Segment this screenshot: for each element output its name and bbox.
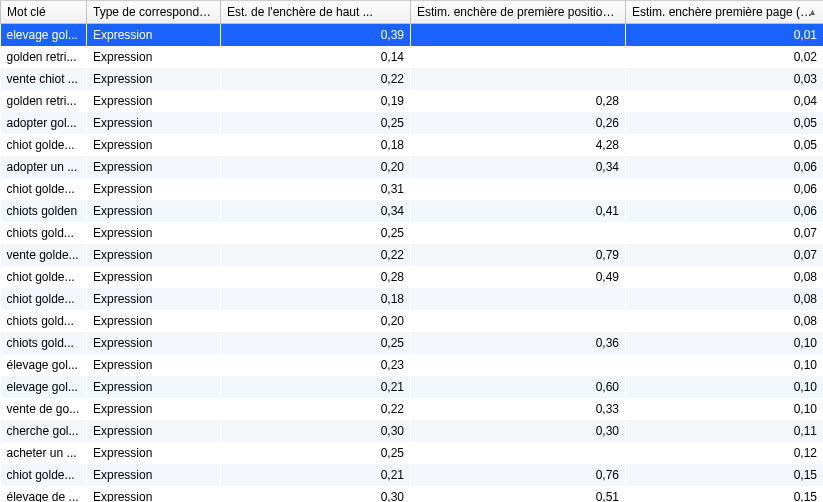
table-row[interactable]: chiots goldenExpression0,340,410,06	[1, 200, 824, 222]
cell-first-position-bid: 0,30	[411, 420, 626, 442]
cell-first-page-bid: 0,06	[626, 178, 824, 200]
cell-match-type: Expression	[87, 442, 221, 464]
cell-keyword: chiots gold...	[1, 332, 87, 354]
cell-match-type: Expression	[87, 200, 221, 222]
cell-match-type: Expression	[87, 486, 221, 503]
cell-top-bid: 0,28	[221, 266, 411, 288]
cell-top-bid: 0,30	[221, 486, 411, 503]
cell-first-position-bid: 0,28	[411, 90, 626, 112]
keyword-table[interactable]: Mot clé Type de correspondance Est. de l…	[0, 0, 823, 502]
table-row[interactable]: adopter un ...Expression0,200,340,06	[1, 156, 824, 178]
cell-first-page-bid: 0,12	[626, 442, 824, 464]
table-row[interactable]: golden retri...Expression0,140,02	[1, 46, 824, 68]
cell-first-page-bid: 0,08	[626, 266, 824, 288]
cell-top-bid: 0,22	[221, 68, 411, 90]
cell-first-page-bid: 0,07	[626, 222, 824, 244]
cell-first-position-bid	[411, 24, 626, 46]
cell-match-type: Expression	[87, 288, 221, 310]
cell-keyword: adopter un ...	[1, 156, 87, 178]
table-row[interactable]: golden retri...Expression0,190,280,04	[1, 90, 824, 112]
cell-first-page-bid: 0,10	[626, 332, 824, 354]
cell-first-position-bid: 0,41	[411, 200, 626, 222]
cell-top-bid: 0,14	[221, 46, 411, 68]
cell-first-position-bid: 0,51	[411, 486, 626, 503]
cell-top-bid: 0,21	[221, 376, 411, 398]
table-row[interactable]: élevage gol...Expression0,230,10	[1, 354, 824, 376]
cell-first-page-bid: 0,05	[626, 112, 824, 134]
cell-match-type: Expression	[87, 398, 221, 420]
cell-match-type: Expression	[87, 266, 221, 288]
cell-match-type: Expression	[87, 310, 221, 332]
cell-keyword: chiot golde...	[1, 464, 87, 486]
cell-first-page-bid: 0,15	[626, 464, 824, 486]
cell-first-page-bid: 0,01	[626, 24, 824, 46]
table-row[interactable]: vente de go...Expression0,220,330,10	[1, 398, 824, 420]
col-header-first-position-bid[interactable]: Estim. enchère de première position (E..…	[411, 1, 626, 24]
table-body: elevage gol...Expression0,390,01golden r…	[1, 24, 824, 503]
cell-top-bid: 0,23	[221, 354, 411, 376]
cell-first-position-bid: 0,79	[411, 244, 626, 266]
table-row[interactable]: vente golde...Expression0,220,790,07	[1, 244, 824, 266]
cell-first-page-bid: 0,08	[626, 310, 824, 332]
cell-first-position-bid: 0,49	[411, 266, 626, 288]
cell-keyword: élevage de ...	[1, 486, 87, 503]
table-row[interactable]: chiot golde...Expression0,280,490,08	[1, 266, 824, 288]
cell-first-position-bid	[411, 178, 626, 200]
sort-ascending-icon: ▲	[808, 7, 817, 17]
cell-first-page-bid: 0,05	[626, 134, 824, 156]
cell-match-type: Expression	[87, 134, 221, 156]
cell-top-bid: 0,20	[221, 156, 411, 178]
col-header-top-bid[interactable]: Est. de l'enchère de haut ...	[221, 1, 411, 24]
cell-keyword: vente chiot ...	[1, 68, 87, 90]
cell-match-type: Expression	[87, 156, 221, 178]
cell-match-type: Expression	[87, 244, 221, 266]
cell-keyword: chiot golde...	[1, 266, 87, 288]
table-row[interactable]: chiots gold...Expression0,200,08	[1, 310, 824, 332]
cell-match-type: Expression	[87, 68, 221, 90]
cell-match-type: Expression	[87, 464, 221, 486]
table-row[interactable]: chiot golde...Expression0,210,760,15	[1, 464, 824, 486]
table-row[interactable]: elevage gol...Expression0,390,01	[1, 24, 824, 46]
cell-match-type: Expression	[87, 46, 221, 68]
cell-top-bid: 0,25	[221, 332, 411, 354]
cell-keyword: vente de go...	[1, 398, 87, 420]
cell-first-page-bid: 0,10	[626, 376, 824, 398]
cell-match-type: Expression	[87, 178, 221, 200]
cell-first-page-bid: 0,10	[626, 354, 824, 376]
cell-first-page-bid: 0,10	[626, 398, 824, 420]
cell-first-position-bid	[411, 46, 626, 68]
table-row[interactable]: chiot golde...Expression0,184,280,05	[1, 134, 824, 156]
table-row[interactable]: chiots gold...Expression0,250,07	[1, 222, 824, 244]
table-row[interactable]: cherche gol...Expression0,300,300,11	[1, 420, 824, 442]
table-row[interactable]: chiot golde...Expression0,310,06	[1, 178, 824, 200]
cell-first-page-bid: 0,11	[626, 420, 824, 442]
col-header-match-type[interactable]: Type de correspondance	[87, 1, 221, 24]
cell-keyword: cherche gol...	[1, 420, 87, 442]
table-row[interactable]: vente chiot ...Expression0,220,03	[1, 68, 824, 90]
table-row[interactable]: adopter gol...Expression0,250,260,05	[1, 112, 824, 134]
cell-first-position-bid: 0,33	[411, 398, 626, 420]
cell-first-position-bid: 0,26	[411, 112, 626, 134]
cell-top-bid: 0,25	[221, 112, 411, 134]
cell-keyword: golden retri...	[1, 46, 87, 68]
cell-top-bid: 0,21	[221, 464, 411, 486]
table-row[interactable]: élevage de ...Expression0,300,510,15	[1, 486, 824, 503]
col-header-keyword[interactable]: Mot clé	[1, 1, 87, 24]
table-row[interactable]: chiots gold...Expression0,250,360,10	[1, 332, 824, 354]
cell-keyword: chiot golde...	[1, 288, 87, 310]
cell-keyword: vente golde...	[1, 244, 87, 266]
table-row[interactable]: elevage gol...Expression0,210,600,10	[1, 376, 824, 398]
cell-keyword: elevage gol...	[1, 376, 87, 398]
cell-first-position-bid: 0,76	[411, 464, 626, 486]
cell-match-type: Expression	[87, 222, 221, 244]
cell-keyword: golden retri...	[1, 90, 87, 112]
cell-top-bid: 0,39	[221, 24, 411, 46]
cell-first-page-bid: 0,08	[626, 288, 824, 310]
cell-top-bid: 0,22	[221, 398, 411, 420]
cell-keyword: adopter gol...	[1, 112, 87, 134]
cell-first-position-bid: 4,28	[411, 134, 626, 156]
col-header-first-page-bid[interactable]: Estim. enchère première page (E... ▲	[626, 1, 824, 24]
cell-top-bid: 0,25	[221, 442, 411, 464]
table-row[interactable]: acheter un ...Expression0,250,12	[1, 442, 824, 464]
table-row[interactable]: chiot golde...Expression0,180,08	[1, 288, 824, 310]
